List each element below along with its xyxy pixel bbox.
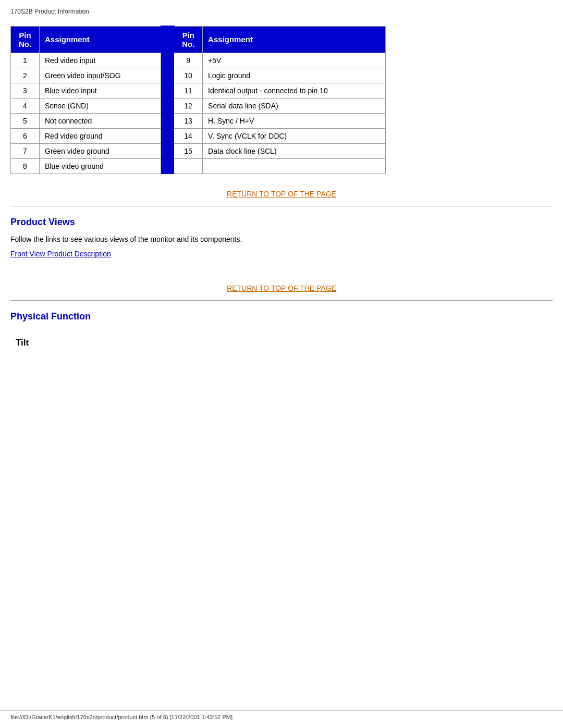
footer-text: file:///D|/Grace/K1/english/170s2b/produ… — [10, 714, 232, 720]
tilt-label: Tilt — [16, 338, 553, 348]
return-link-container-2: RETURN TO TOP OF THE PAGE — [10, 284, 553, 292]
table-row: 2Green video input/SOG 10Logic ground — [11, 68, 386, 83]
right-assignment-cell: Serial data line (SDA) — [203, 98, 386, 114]
divider-cell — [161, 98, 174, 114]
divider-cell — [161, 144, 174, 159]
right-assignment-cell: V. Sync (VCLK for DDC) — [203, 129, 386, 144]
product-views-heading: Product Views — [10, 217, 553, 228]
divider-cell — [161, 83, 174, 98]
product-views-description: Follow the links to see various views of… — [10, 235, 553, 243]
return-to-top-link-1[interactable]: RETURN TO TOP OF THE PAGE — [227, 190, 336, 198]
left-pin-cell: 1 — [11, 53, 40, 68]
left-pin-cell: 8 — [11, 159, 40, 174]
left-assignment-cell: Green video input/SOG — [40, 68, 161, 83]
right-pin-cell: 14 — [174, 129, 203, 144]
product-views-section: Product Views Follow the links to see va… — [10, 217, 553, 268]
left-pin-cell: 6 — [11, 129, 40, 144]
table-row: 8Blue video ground — [11, 159, 386, 174]
table-row: 1Red video input 9+5V — [11, 53, 386, 68]
front-view-link[interactable]: Front View Product Description — [10, 250, 111, 258]
left-pin-cell: 4 — [11, 98, 40, 114]
table-row: 5Not connected 13H. Sync / H+V — [11, 114, 386, 129]
left-assignment-cell: Red video ground — [40, 129, 161, 144]
divider-header — [161, 26, 174, 53]
table-row: 3Blue video input 11Identical output - c… — [11, 83, 386, 98]
left-pin-cell: 7 — [11, 144, 40, 159]
left-assignment-header: Assignment — [40, 26, 161, 53]
right-pin-cell: 13 — [174, 114, 203, 129]
right-pin-cell: 12 — [174, 98, 203, 114]
table-row: 6Red video ground 14V. Sync (VCLK for DD… — [11, 129, 386, 144]
left-pin-cell: 5 — [11, 114, 40, 129]
right-assignment-cell: H. Sync / H+V — [203, 114, 386, 129]
table-row: 7Green video ground 15Data clock line (S… — [11, 144, 386, 159]
right-assignment-cell — [203, 159, 386, 174]
left-assignment-cell: Green video ground — [40, 144, 161, 159]
right-pin-cell: 11 — [174, 83, 203, 98]
right-assignment-cell: Identical output - connected to pin 10 — [203, 83, 386, 98]
divider-cell — [161, 129, 174, 144]
right-assignment-cell: Logic ground — [203, 68, 386, 83]
divider-cell — [161, 159, 174, 174]
page-title: 170S2B Product Information — [10, 8, 553, 15]
return-to-top-link-2[interactable]: RETURN TO TOP OF THE PAGE — [227, 284, 336, 292]
left-pin-cell: 2 — [11, 68, 40, 83]
left-assignment-cell: Blue video input — [40, 83, 161, 98]
divider-cell — [161, 114, 174, 129]
left-assignment-cell: Blue video ground — [40, 159, 161, 174]
left-pin-cell: 3 — [11, 83, 40, 98]
right-pin-cell — [174, 159, 203, 174]
section-divider-1 — [10, 206, 553, 206]
left-assignment-cell: Not connected — [40, 114, 161, 129]
divider-cell — [161, 53, 174, 68]
footer-bar: file:///D|/Grace/K1/english/170s2b/produ… — [0, 710, 563, 720]
right-assignment-cell: Data clock line (SCL) — [203, 144, 386, 159]
section-divider-2 — [10, 300, 553, 301]
physical-function-section: Physical Function Tilt — [10, 311, 553, 348]
left-pin-header: Pin No. — [11, 26, 40, 53]
left-assignment-cell: Sense (GND) — [40, 98, 161, 114]
right-pin-header: Pin No. — [174, 26, 203, 53]
right-assignment-cell: +5V — [203, 53, 386, 68]
right-pin-cell: 15 — [174, 144, 203, 159]
right-pin-cell: 10 — [174, 68, 203, 83]
pin-table: Pin No. Assignment Pin No. Assignment 1R… — [10, 26, 386, 174]
right-pin-cell: 9 — [174, 53, 203, 68]
table-row: 4Sense (GND) 12Serial data line (SDA) — [11, 98, 386, 114]
divider-cell — [161, 68, 174, 83]
return-link-container-1: RETURN TO TOP OF THE PAGE — [10, 190, 553, 198]
physical-function-heading: Physical Function — [10, 311, 553, 322]
left-assignment-cell: Red video input — [40, 53, 161, 68]
right-assignment-header: Assignment — [203, 26, 386, 53]
